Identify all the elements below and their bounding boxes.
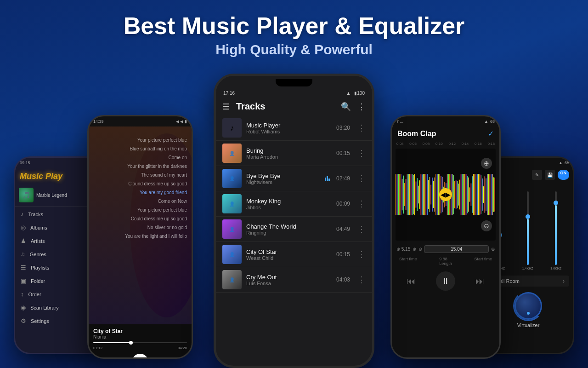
play-button[interactable]: ▶	[132, 354, 148, 359]
svg-rect-79	[494, 178, 495, 212]
svg-rect-19	[419, 180, 420, 209]
track-more-button[interactable]: ⋮	[357, 249, 366, 259]
phone4-status-icons: ▲ 68	[484, 119, 495, 124]
phone3-notch-area	[216, 76, 372, 90]
zoom-in-button[interactable]: ⊕	[481, 158, 492, 169]
svg-rect-77	[492, 174, 493, 215]
track-thumbnail: 👤	[222, 245, 242, 264]
svg-rect-0	[396, 174, 396, 215]
svg-rect-58	[468, 177, 469, 212]
svg-rect-52	[461, 174, 462, 215]
end-time-text: Start time	[474, 257, 492, 266]
lyric-line: Come on	[93, 153, 187, 162]
track-row[interactable]: 👤 Buring Maria Arredon 00:15 ⋮	[216, 141, 372, 166]
main-title: Best Music Player & Equalizer	[0, 13, 588, 39]
save-icon-button[interactable]: 💾	[545, 170, 555, 180]
header: Best Music Player & Equalizer High Quali…	[0, 0, 588, 66]
svg-rect-22	[423, 174, 424, 215]
song-artist: Niania	[93, 334, 187, 339]
phone3-status-icons: ▲ ▮100	[346, 91, 365, 96]
svg-rect-3	[399, 174, 400, 215]
nav-label: Order	[28, 292, 41, 297]
track-info: Bye Bye Bye Nightwisem	[246, 172, 320, 185]
phone4-next[interactable]: ⏭	[475, 276, 485, 287]
track-name: Buring	[246, 147, 332, 154]
time-current: 01:12	[93, 346, 102, 350]
zoom-minus[interactable]: ⊖	[418, 247, 422, 252]
track-artist: Robot Williams	[246, 129, 332, 134]
svg-rect-16	[416, 181, 417, 208]
album-thumb: 🎵	[19, 188, 34, 202]
track-duration: 04:49	[336, 226, 350, 232]
progress-bar[interactable]	[93, 342, 187, 343]
phone4-prev[interactable]: ⏮	[407, 276, 416, 287]
track-more-button[interactable]: ⋮	[357, 275, 366, 285]
track-row[interactable]: ♪ Music Player Robot Williams 03:20 ⋮	[216, 115, 372, 141]
eq-slider-thumb[interactable]	[554, 201, 558, 205]
svg-rect-50	[458, 184, 459, 206]
more-icon[interactable]: ⋮	[357, 102, 366, 112]
track-row[interactable]: 👤 Cry Me Out Luis Fonsa 04:03 ⋮	[216, 267, 372, 293]
track-more-button[interactable]: ⋮	[357, 123, 366, 133]
track-name: City Of Star	[246, 248, 332, 255]
lyric-line: No silver or no gold	[93, 223, 187, 232]
svg-rect-61	[472, 176, 473, 213]
svg-rect-7	[404, 183, 405, 206]
seek-handle[interactable]: ◀▶	[439, 188, 452, 201]
phone5-icons: ▲ 68	[559, 161, 569, 165]
header-action-icons: 🔍 ⋮	[341, 102, 366, 112]
svg-rect-2	[398, 174, 399, 215]
waveform-display: ⊕ ⊖ ◀▶	[396, 149, 496, 241]
zoom-out-button[interactable]: ⊖	[481, 220, 492, 231]
track-artist: Ringning	[246, 230, 332, 236]
eq-freq-label: 1.4KHZ	[522, 267, 533, 270]
eq-bar-1.4KHZ[interactable]: 1.4KHZ	[522, 185, 533, 270]
prev-button[interactable]: ⏮	[116, 358, 123, 359]
svg-rect-29	[432, 178, 433, 212]
track-row[interactable]: 👤 Change The World Ringning 04:49 ⋮	[216, 217, 372, 242]
eq-toggle[interactable]: ON	[558, 170, 570, 180]
track-row[interactable]: 👤 Bye Bye Bye Nightwisem 02:49 ⋮	[216, 166, 372, 191]
lyric-line: Blue sunbathing on the moo	[93, 144, 187, 153]
track-more-button[interactable]: ⋮	[357, 148, 366, 158]
track-thumbnail: 👤	[222, 169, 242, 188]
nav-label: Scan Library	[30, 305, 59, 310]
nav-label: Albums	[30, 225, 47, 230]
track-name: Music Player	[246, 122, 332, 129]
edit-icon-button[interactable]: ✎	[532, 170, 542, 180]
time-input[interactable]	[424, 245, 489, 253]
repeat-button[interactable]: ⟳	[173, 358, 179, 359]
svg-rect-71	[484, 176, 485, 213]
battery-icon: ▮100	[354, 91, 365, 96]
eq-slider-thumb[interactable]	[526, 214, 530, 219]
track-more-button[interactable]: ⋮	[357, 224, 366, 234]
track-info: City Of Star Weast Child	[246, 248, 332, 261]
end-time-icon[interactable]: ⊕	[491, 247, 495, 252]
hamburger-icon[interactable]: ☰	[222, 102, 230, 112]
search-icon[interactable]: 🔍	[341, 102, 351, 112]
next-button[interactable]: ⏭	[157, 358, 164, 359]
lyric-line: You are my good friend	[93, 188, 187, 197]
phone4-pause[interactable]: ⏸	[436, 271, 455, 291]
track-more-button[interactable]: ⋮	[357, 173, 366, 184]
zoom-plus[interactable]: ⊕	[413, 247, 416, 252]
track-info: Buring Maria Arredon	[246, 147, 332, 160]
virtualizer-knob[interactable]	[514, 292, 542, 320]
track-row[interactable]: 👤 City Of Star Weast Child 00:15 ⋮	[216, 242, 372, 267]
lyric-line: The sound of my heart	[93, 171, 187, 179]
track-more-button[interactable]: ⋮	[357, 199, 366, 209]
length-text: 9.88Length	[439, 257, 452, 266]
shuffle-button[interactable]: ⇄	[101, 358, 107, 359]
phone4-timeline: 0:04 0:06 0:08 0:10 0:12 0:14 0:16 0:18	[392, 141, 499, 147]
knob-ring	[513, 291, 543, 321]
svg-rect-27	[430, 177, 430, 212]
svg-rect-4	[401, 174, 401, 215]
svg-rect-57	[467, 176, 468, 213]
svg-rect-66	[478, 174, 479, 215]
track-duration: 04:03	[336, 276, 350, 283]
phone4-time: 7 ...	[396, 119, 403, 124]
progress-fill	[93, 342, 131, 343]
track-row[interactable]: 👤 Monkey King Jibbos 00:09 ⋮	[216, 191, 372, 217]
eq-bar-3.6KHZ[interactable]: 3.6KHZ	[550, 185, 561, 270]
track-name: Monkey King	[246, 198, 332, 205]
